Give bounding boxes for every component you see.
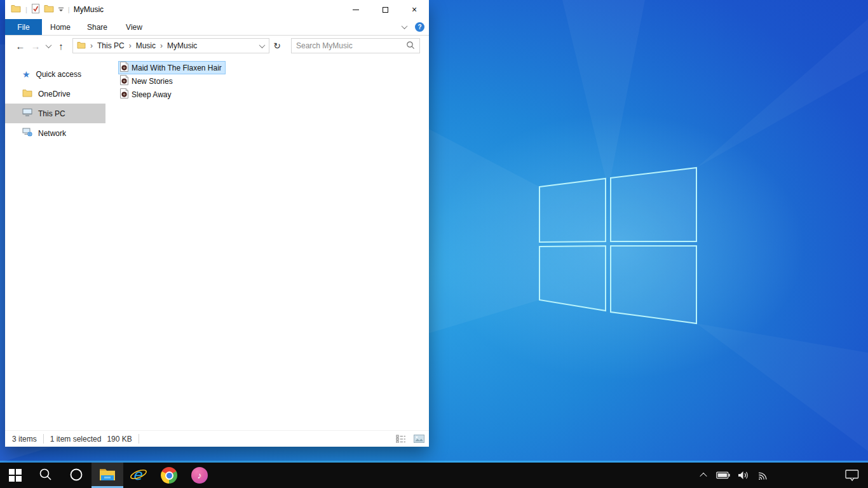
navigation-pane: ★ Quick access OneDrive This PC Network (5, 56, 105, 430)
status-separator (139, 434, 139, 444)
tab-share[interactable]: Share (79, 19, 116, 35)
toolbar-separator: | (25, 6, 27, 13)
svg-text:e: e (133, 466, 143, 483)
tab-file[interactable]: File (5, 19, 42, 35)
maximize-button[interactable] (370, 0, 400, 19)
audio-file-icon (120, 88, 128, 100)
back-button[interactable]: ← (13, 41, 28, 51)
action-center-icon[interactable] (845, 470, 859, 482)
onedrive-folder-icon (22, 89, 32, 99)
address-folder-icon (77, 41, 86, 51)
taskbar-chrome-button[interactable] (154, 463, 184, 488)
audio-file-icon (120, 75, 128, 87)
large-icons-view-button[interactable] (411, 432, 426, 446)
close-icon: × (412, 5, 417, 14)
toolbar-separator: | (68, 6, 70, 13)
taskbar-internet-explorer-button[interactable]: e (123, 463, 154, 488)
up-button[interactable]: ↑ (53, 41, 69, 51)
file-name: New Stories (132, 77, 173, 86)
address-bar[interactable]: › This PC › Music › MyMusic (72, 38, 269, 53)
volume-icon[interactable] (737, 470, 750, 480)
search-box (291, 38, 420, 53)
sidebar-item-label: OneDrive (38, 90, 71, 98)
taskbar-search-button[interactable] (31, 463, 61, 488)
cortana-button[interactable] (61, 463, 92, 488)
properties-icon[interactable] (32, 4, 39, 15)
file-explorer-window: | | MyMusic × File Home Share View ? (5, 0, 429, 447)
sidebar-item-network[interactable]: Network (5, 123, 105, 143)
breadcrumb-this-pc[interactable]: This PC (97, 41, 125, 50)
cortana-circle-icon (69, 468, 83, 484)
windows-start-icon (9, 469, 22, 482)
file-item[interactable]: Maid With The Flaxen Hair (118, 61, 226, 74)
sidebar-item-this-pc[interactable]: This PC (5, 104, 105, 123)
help-button[interactable]: ? (415, 22, 424, 32)
taskbar: e ♪ (0, 463, 868, 488)
forward-button[interactable]: → (28, 41, 43, 51)
status-separator (43, 434, 44, 444)
item-count: 3 items (12, 435, 37, 444)
status-bar: 3 items 1 item selected 190 KB (5, 430, 429, 447)
battery-icon[interactable] (716, 471, 730, 479)
minimize-icon (353, 10, 359, 10)
search-input[interactable] (296, 41, 406, 50)
details-view-button[interactable] (393, 432, 409, 446)
address-dropdown-chevron-icon[interactable] (255, 44, 269, 48)
sidebar-item-quick-access[interactable]: ★ Quick access (5, 64, 105, 84)
network-icon (22, 128, 32, 139)
window-title: MyMusic (74, 5, 104, 14)
tab-view[interactable]: View (116, 19, 153, 35)
search-icon[interactable] (406, 41, 415, 51)
breadcrumb-music[interactable]: Music (136, 41, 156, 50)
breadcrumb-separator: › (156, 41, 167, 50)
itunes-icon: ♪ (191, 467, 208, 484)
quick-access-star-icon: ★ (22, 70, 31, 79)
sidebar-item-label: This PC (38, 109, 65, 118)
navigation-bar: ← → ↑ › This PC › Music › MyMusic ↻ (5, 36, 429, 56)
file-item[interactable]: New Stories (118, 74, 177, 88)
quick-access-toolbar: | | (11, 4, 70, 15)
selection-size: 190 KB (107, 435, 132, 444)
taskbar-itunes-button[interactable]: ♪ (184, 463, 215, 488)
expand-ribbon-chevron-icon[interactable] (402, 23, 408, 29)
chrome-icon (161, 467, 177, 484)
this-pc-monitor-icon (22, 108, 32, 119)
sidebar-item-label: Network (38, 129, 66, 138)
file-list: Maid With The Flaxen Hair New Stories Sl… (105, 56, 429, 430)
search-icon (38, 467, 53, 484)
start-button[interactable] (0, 463, 31, 488)
system-tray (701, 463, 868, 488)
customize-quick-access-icon[interactable] (58, 8, 64, 12)
recent-locations-chevron-icon[interactable] (43, 44, 53, 48)
internet-explorer-icon: e (130, 466, 147, 485)
wifi-icon[interactable] (757, 470, 770, 480)
new-folder-icon[interactable] (44, 4, 54, 15)
refresh-button[interactable]: ↻ (269, 41, 285, 51)
file-name: Maid With The Flaxen Hair (132, 64, 222, 72)
breadcrumb-mymusic[interactable]: MyMusic (167, 41, 197, 50)
minimize-button[interactable] (341, 0, 370, 19)
window-folder-icon[interactable] (11, 4, 21, 15)
file-name: Sleep Away (132, 90, 172, 99)
hidden-icons-chevron-icon[interactable] (700, 473, 707, 480)
file-explorer-icon (98, 467, 116, 484)
close-button[interactable]: × (400, 0, 429, 19)
file-item[interactable]: Sleep Away (118, 88, 175, 101)
title-bar[interactable]: | | MyMusic × (5, 0, 429, 19)
selection-count: 1 item selected (50, 435, 102, 444)
breadcrumb-separator: › (125, 41, 136, 50)
main-area: ★ Quick access OneDrive This PC Network (5, 56, 429, 430)
sidebar-item-onedrive[interactable]: OneDrive (5, 84, 105, 104)
breadcrumb-separator: › (86, 41, 97, 50)
tab-home[interactable]: Home (42, 19, 79, 35)
ribbon-tab-bar: File Home Share View ? (5, 19, 429, 36)
maximize-icon (383, 7, 388, 13)
taskbar-file-explorer-button[interactable] (92, 463, 123, 488)
audio-file-icon (120, 62, 128, 74)
sidebar-item-label: Quick access (36, 70, 81, 79)
